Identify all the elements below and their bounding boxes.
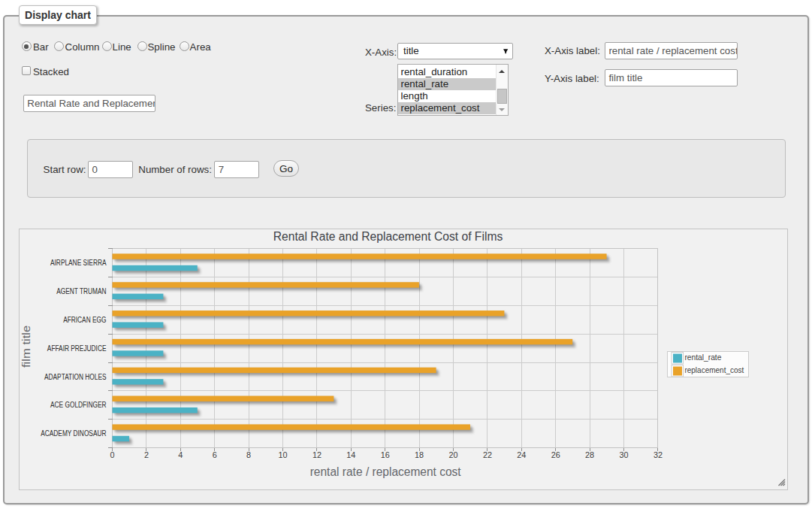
- svg-text:30: 30: [619, 450, 628, 459]
- svg-text:12: 12: [312, 450, 321, 459]
- svg-text:10: 10: [278, 450, 287, 459]
- svg-text:ADAPTATION HOLES: ADAPTATION HOLES: [44, 373, 106, 381]
- svg-text:14: 14: [346, 450, 355, 459]
- svg-text:rental_rate: rental_rate: [684, 353, 721, 362]
- svg-text:20: 20: [448, 450, 457, 459]
- svg-text:22: 22: [482, 450, 491, 459]
- svg-text:16: 16: [380, 450, 389, 459]
- svg-text:18: 18: [415, 450, 424, 459]
- svg-text:0: 0: [110, 450, 114, 459]
- svg-text:AIRPLANE SIERRA: AIRPLANE SIERRA: [50, 259, 107, 267]
- svg-text:replacement_cost: replacement_cost: [684, 365, 744, 374]
- svg-text:2: 2: [143, 450, 148, 459]
- svg-text:6: 6: [212, 450, 216, 459]
- svg-text:ACADEMY DINOSAUR: ACADEMY DINOSAUR: [41, 429, 106, 438]
- svg-text:8: 8: [246, 450, 251, 459]
- svg-text:AFRICAN EGG: AFRICAN EGG: [63, 316, 107, 324]
- svg-text:24: 24: [517, 450, 526, 459]
- svg-text:32: 32: [653, 450, 662, 459]
- svg-text:film title: film title: [20, 325, 32, 368]
- svg-text:Rental Rate and Replacement Co: Rental Rate and Replacement Cost of Film…: [273, 230, 503, 243]
- svg-text:26: 26: [551, 450, 560, 459]
- svg-text:ACE GOLDFINGER: ACE GOLDFINGER: [50, 401, 106, 409]
- svg-text:4: 4: [178, 450, 183, 459]
- svg-text:rental rate / replacement cost: rental rate / replacement cost: [309, 465, 461, 478]
- svg-text:AGENT TRUMAN: AGENT TRUMAN: [56, 287, 106, 295]
- svg-text:28: 28: [585, 450, 594, 459]
- svg-text:AFFAIR PREJUDICE: AFFAIR PREJUDICE: [47, 344, 106, 353]
